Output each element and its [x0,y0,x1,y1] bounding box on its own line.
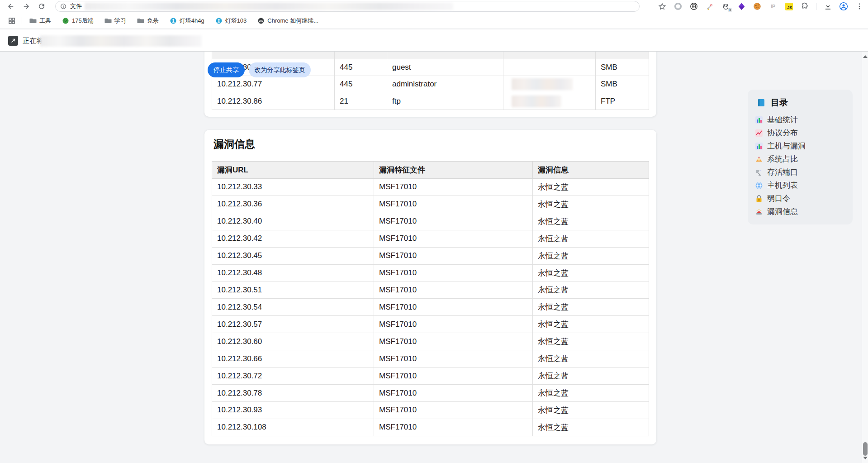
toc-title: 目录 [771,97,788,109]
apps-grid-button[interactable] [8,17,15,24]
bookmark-175-backend[interactable]: 175后端 [62,17,94,25]
table-row: 10.212.30.36MSF17010永恒之蓝 [212,196,649,213]
toc-item-open-ports[interactable]: 存活端口 [755,166,848,179]
vuln-file-cell: MSF17010 [374,230,533,247]
puzzle-piece-icon [801,2,809,11]
url-scheme-label: 文件 [70,2,82,10]
password-cell [503,59,596,76]
vuln-info-cell: 永恒之蓝 [533,282,649,299]
bookmark-lighthouse-4h4g[interactable]: 灯塔4h4g [170,17,204,25]
vuln-info-cell: 永恒之蓝 [533,316,649,333]
circled-character-icon [690,2,698,10]
toc-item-label: 漏洞信息 [767,206,798,217]
host-cell: 10.212.30.86 [212,93,335,110]
vuln-info-cell: 永恒之蓝 [533,264,649,282]
extension-js-button[interactable]: JS [784,2,793,11]
bookmark-label: 工具 [39,17,51,25]
address-bar[interactable]: 文件 [55,1,640,12]
profile-button[interactable] [839,2,848,11]
siren-icon [755,208,763,216]
vuln-info-cell: 永恒之蓝 [533,196,649,213]
purple-diamond-icon [737,2,746,11]
green-favicon [62,17,69,24]
vuln-url-cell: 10.212.30.66 [212,350,374,368]
extension-seal-button[interactable] [689,2,698,11]
extension-ip-button[interactable]: IP [768,2,778,11]
page-info-icon[interactable] [60,3,66,10]
bookmark-folder-tools[interactable]: 工具 [29,17,51,25]
toc-item-host-list[interactable]: 主机列表 [755,179,848,192]
vuln-file-cell: MSF17010 [374,385,533,402]
table-row: 10.212.30.54MSF17010永恒之蓝 [212,299,649,316]
toc-item-hosts-vulns[interactable]: 主机与漏洞 [755,139,848,153]
section-title: 漏洞信息 [213,137,255,151]
vuln-url-cell: 10.212.30.40 [212,213,374,230]
password-cell [503,93,596,110]
extension-rocket-button[interactable] [705,2,714,11]
vuln-url-cell: 10.212.30.51 [212,282,374,299]
host-cell: 10.212.30.77 [212,76,335,93]
lighthouse-favicon [215,17,223,24]
col-header-vuln-info: 漏洞信息 [533,162,649,179]
scroll-down-button[interactable] [862,455,868,461]
profile-avatar-icon [839,2,848,11]
js-logo-icon: JS [785,3,793,10]
bookmark-lighthouse-103[interactable]: 灯塔103 [215,17,247,25]
vuln-file-cell: MSF17010 [374,196,533,213]
table-row: 10.212.30.45MSF17010永恒之蓝 [212,247,649,264]
vuln-url-cell: 10.212.30.54 [212,299,374,316]
vulnerability-table: 漏洞URL 漏洞特征文件 漏洞信息 10.212.30.33MSF17010永恒… [212,161,649,436]
table-row: 10.212.30.57MSF17010永恒之蓝 [212,316,649,333]
bookmark-star-button[interactable] [658,2,667,11]
table-row: 10.212.30.51MSF17010永恒之蓝 [212,282,649,299]
scroll-up-button[interactable] [862,53,868,60]
forward-button[interactable] [21,1,32,12]
toc-item-weak-passwords[interactable]: 弱口令 [755,192,848,205]
toc-item-basic-stats[interactable]: 基础统计 [755,113,848,126]
lock-icon [755,195,763,203]
vuln-info-cell: 永恒之蓝 [533,385,649,402]
share-target-redacted-blur [40,35,202,47]
password-cell [503,76,596,93]
extensions-menu-button[interactable] [800,2,809,11]
password-redacted-blur [512,95,561,107]
vuln-url-cell: 10.212.30.48 [212,264,374,282]
vuln-file-cell: MSF17010 [374,350,533,368]
protocol-cell: FTP [596,93,649,110]
scrollbar-thumb[interactable] [863,442,868,456]
table-row: 10.212.30.33MSF17010永恒之蓝 [212,179,649,196]
port-cell: 445 [335,59,387,76]
reload-button[interactable] [36,1,47,12]
extension-circle-button[interactable] [674,2,683,11]
vuln-file-cell: MSF17010 [374,179,533,196]
extension-panda-button[interactable]: 0 [721,2,730,11]
bookmark-folder-study[interactable]: 学习 [104,17,126,25]
vuln-url-cell: 10.212.30.36 [212,196,374,213]
browser-menu-button[interactable] [855,2,864,11]
share-this-tab-button[interactable]: 改为分享此标签页 [249,62,311,77]
download-icon [824,2,832,11]
vuln-file-cell: MSF17010 [374,299,533,316]
line-chart-icon [755,129,763,137]
toc-item-os-share[interactable]: 系统占比 [755,153,848,166]
vuln-info-cell: 永恒之蓝 [533,230,649,247]
globe-favicon [257,17,265,24]
page-scrollbar[interactable] [862,52,868,463]
table-row: 10.212.30.93MSF17010永恒之蓝 [212,401,649,419]
table-row: 10.212.30.72MSF17010永恒之蓝 [212,368,649,385]
downloads-button[interactable] [823,2,832,11]
back-button[interactable] [5,1,16,12]
extension-diamond-button[interactable] [737,2,746,11]
stop-sharing-button[interactable]: 停止共享 [208,62,245,77]
toc-title-row: 目录 [757,97,788,109]
bookmark-chrome-help[interactable]: Chrome 如何继续... [257,17,318,25]
protocol-cell: SMB [596,59,649,76]
toc-item-protocol-distribution[interactable]: 协议分布 [755,126,848,139]
vuln-file-cell: MSF17010 [374,247,533,264]
reload-icon [38,2,46,10]
extension-count-badge: 0 [728,8,732,12]
extension-cookie-button[interactable] [753,2,762,11]
lighthouse-favicon [170,17,177,24]
bookmark-folder-evasion[interactable]: 免杀 [137,17,159,25]
toc-item-vuln-info[interactable]: 漏洞信息 [755,205,848,218]
